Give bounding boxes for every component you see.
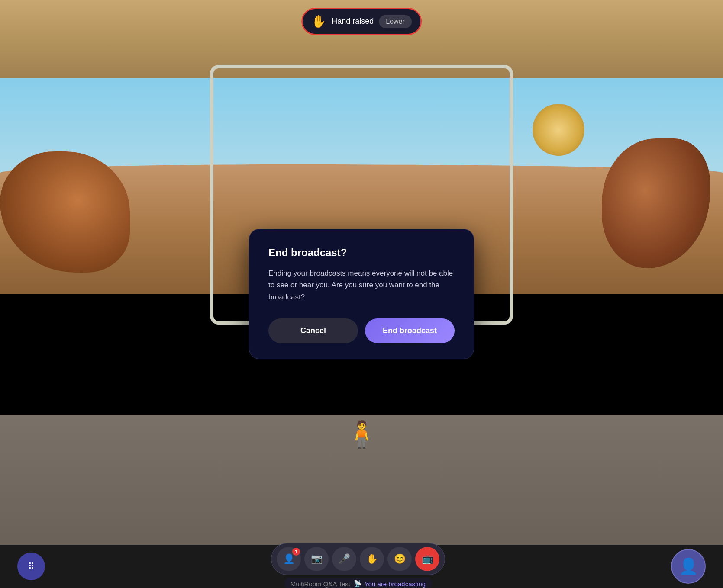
cancel-button[interactable]: Cancel: [268, 318, 358, 343]
modal-overlay: End broadcast? Ending your broadcasts me…: [0, 0, 723, 588]
modal-buttons: Cancel End broadcast: [268, 318, 455, 343]
end-broadcast-modal: End broadcast? Ending your broadcasts me…: [249, 229, 474, 359]
end-broadcast-button[interactable]: End broadcast: [365, 318, 455, 343]
modal-title: End broadcast?: [268, 247, 455, 259]
modal-body: Ending your broadcasts means everyone wi…: [268, 267, 455, 303]
